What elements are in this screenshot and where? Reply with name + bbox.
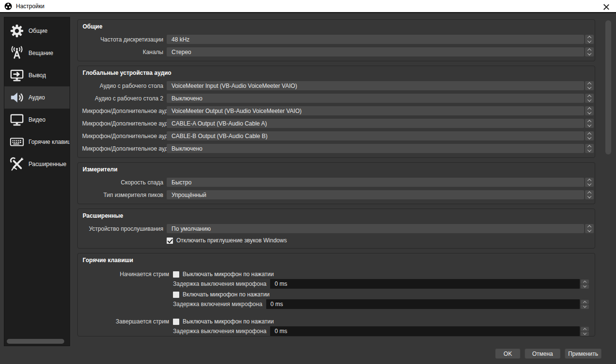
apply-button[interactable]: Применить [565, 349, 602, 359]
chevron-up-icon [583, 280, 587, 284]
ok-button[interactable]: OK [495, 349, 520, 359]
obs-logo-icon [4, 2, 12, 10]
spin-up-button[interactable] [581, 327, 589, 331]
section-meters: Измерители Скорость спада Быстро Тип изм… [77, 162, 595, 204]
stepper-buttons[interactable] [585, 144, 594, 153]
mic-audio-2-select[interactable]: CABLE-A Output (VB-Audio Cable A) [167, 119, 584, 128]
stepper-buttons[interactable] [585, 178, 594, 187]
sidebar-item-label: Аудио [29, 94, 45, 101]
section-title: Горячие клавиши [83, 257, 594, 264]
vertical-scrollbar-thumb[interactable] [605, 20, 611, 154]
chevron-down-icon [587, 194, 591, 198]
stepper-buttons[interactable] [585, 131, 594, 140]
mic-unmute-delay-row: Задержка включения микрофона 0 ms [173, 299, 589, 309]
chevron-down-icon [587, 123, 591, 126]
chevron-down-icon [587, 182, 591, 185]
gear-icon [10, 24, 24, 38]
broadcast-icon [10, 46, 24, 60]
mic-mute-delay-input[interactable]: 0 ms [270, 326, 580, 336]
spin-down-button[interactable] [581, 332, 589, 336]
stepper-buttons[interactable] [585, 119, 594, 128]
checkbox-label: Выключать микрофон по нажатии [183, 271, 274, 278]
chevron-down-icon [587, 110, 591, 114]
cancel-button[interactable]: Отмена [525, 349, 560, 359]
chevron-down-icon [587, 148, 591, 152]
spin-up-button[interactable] [581, 300, 589, 304]
mic-audio-select[interactable]: VoiceMeeter Output (VB-Audio VoiceMeeter… [167, 106, 584, 115]
chevron-down-icon [583, 284, 587, 287]
checkbox-label: Выключать микрофон по нажатии [183, 318, 274, 325]
sidebar-item-advanced[interactable]: Расширенные [4, 153, 70, 175]
sidebar-item-video[interactable]: Видео [4, 109, 70, 131]
chevron-down-icon [583, 331, 587, 335]
hotkey-group-stream-stop: Завершается стрим Выключать микрофон по … [82, 318, 594, 336]
disable-windows-ducking-checkbox[interactable] [167, 238, 173, 244]
sidebar-item-output[interactable]: Вывод [4, 64, 70, 86]
field-label: Микрофон/Дополнительное аудио [82, 108, 167, 114]
stepper-buttons[interactable] [585, 106, 594, 115]
field-label: Тип измерителя пиков [82, 192, 167, 198]
stepper-buttons[interactable] [585, 81, 594, 90]
mic-audio-3-select[interactable]: CABLE-B Output (VB-Audio Cable B) [167, 131, 584, 140]
field-label: Микрофон/Дополнительное аудио 3 [82, 133, 167, 140]
close-icon [603, 3, 609, 9]
stepper-buttons[interactable] [585, 190, 594, 199]
field-label: Задержка выключения микрофона [173, 328, 270, 335]
chevron-up-icon [583, 301, 587, 304]
mute-mic-on-press-checkbox[interactable] [173, 319, 179, 325]
channels-row: Каналы Стерео [82, 47, 594, 56]
settings-sidebar: Общие Вещание [4, 17, 70, 346]
monitoring-device-select[interactable]: По умолчанию [167, 224, 584, 233]
chevron-down-icon [587, 135, 591, 139]
monitor-icon [10, 112, 24, 127]
section-general: Общие Частота дискретизации 48 kHz Канал… [77, 19, 595, 61]
sidebar-item-general[interactable]: Общие [4, 20, 70, 42]
hotkey-group-label: Начинается стрим [82, 270, 173, 311]
field-label: Устройство прослушивания [82, 225, 167, 232]
mic-audio-row: Микрофон/Дополнительное аудио VoiceMeete… [82, 106, 594, 115]
desktop-audio-select[interactable]: VoiceMeeter Input (VB-Audio VoiceMeeter … [167, 81, 584, 90]
sidebar-item-hotkeys[interactable]: Горячие клавиши [4, 131, 70, 153]
spin-down-button[interactable] [581, 284, 589, 289]
sidebar-item-label: Вещание [29, 50, 53, 56]
sidebar-horizontal-scrollbar[interactable] [7, 339, 64, 344]
sidebar-item-audio[interactable]: Аудио [4, 86, 70, 109]
decay-rate-select[interactable]: Быстро [167, 178, 584, 187]
sidebar-item-label: Расширенные [29, 161, 67, 168]
chevron-down-icon [587, 98, 591, 101]
stepper-buttons[interactable] [585, 224, 594, 233]
unmute-mic-on-press-checkbox[interactable] [173, 292, 179, 298]
spin-buttons[interactable] [581, 300, 589, 309]
hotkey-group-label: Завершается стрим [82, 318, 173, 336]
spin-buttons[interactable] [581, 280, 589, 289]
monitoring-device-row: Устройство прослушивания По умолчанию [82, 224, 594, 233]
spin-down-button[interactable] [581, 305, 589, 309]
titlebar: Настройки [0, 0, 616, 13]
mic-audio-3-row: Микрофон/Дополнительное аудио 3 CABLE-B … [82, 131, 594, 140]
stepper-buttons[interactable] [585, 35, 594, 44]
desktop-audio-2-select[interactable]: Выключено [167, 94, 584, 103]
keyboard-icon [10, 135, 24, 149]
chevron-down-icon [587, 39, 591, 42]
mic-mute-delay-input[interactable]: 0 ms [270, 279, 580, 289]
peak-meter-type-select[interactable]: Упрощённый [167, 190, 584, 199]
close-button[interactable] [601, 1, 612, 11]
mic-audio-4-select[interactable]: Выключено [167, 144, 584, 153]
mic-unmute-delay-input[interactable]: 0 ms [266, 299, 580, 309]
stepper-buttons[interactable] [585, 47, 594, 56]
section-hotkeys: Горячие клавиши Начинается стрим Выключа… [77, 253, 595, 336]
channels-select[interactable]: Стерео [167, 47, 584, 56]
chevron-down-icon [587, 51, 591, 55]
sample-rate-select[interactable]: 48 kHz [167, 35, 584, 44]
stepper-buttons[interactable] [585, 94, 594, 103]
spin-buttons[interactable] [581, 327, 589, 336]
dialog-footer: OK Отмена Применить [495, 349, 602, 359]
checkbox-label: Отключить приглушение звуков Windows [176, 237, 287, 244]
spin-up-button[interactable] [581, 280, 589, 284]
chevron-down-icon [583, 304, 587, 308]
mute-mic-on-press-checkbox[interactable] [173, 271, 179, 278]
hotkey-group-stream-start: Начинается стрим Выключать микрофон по н… [82, 270, 594, 311]
section-title: Глобальные устройства аудио [83, 70, 594, 76]
sidebar-item-stream[interactable]: Вещание [4, 42, 70, 64]
audio-settings-panel: Общие Частота дискретизации 48 kHz Канал… [77, 19, 595, 341]
